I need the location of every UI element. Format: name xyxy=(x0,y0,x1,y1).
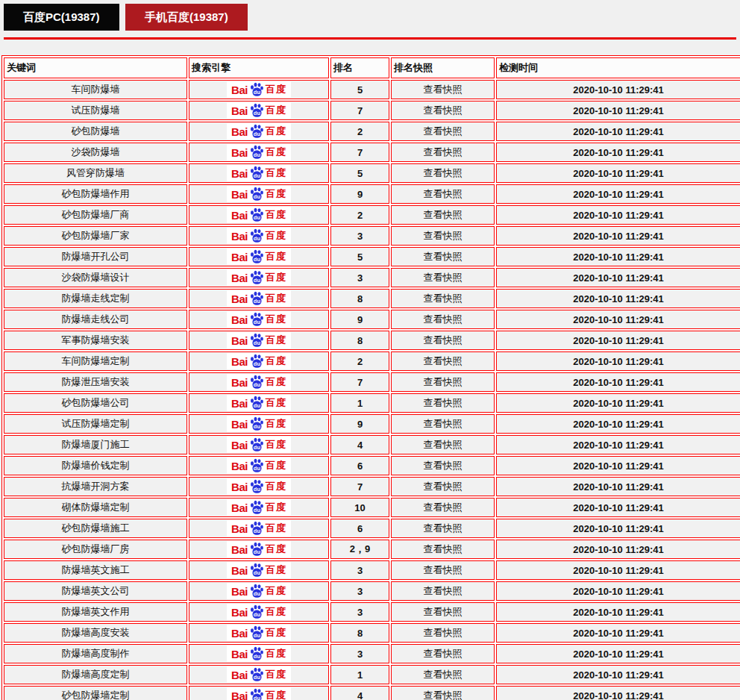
keyword-cell: 防爆墙走线定制 xyxy=(4,289,187,308)
table-header-row: 关键词 搜索引擎 排名 排名快照 检测时间 xyxy=(4,57,740,78)
view-snapshot-link[interactable]: 查看快照 xyxy=(424,606,462,617)
view-snapshot-link[interactable]: 查看快照 xyxy=(424,669,462,680)
view-snapshot-link[interactable]: 查看快照 xyxy=(424,104,462,116)
view-snapshot-link[interactable]: 查看快照 xyxy=(424,501,462,513)
view-snapshot-link[interactable]: 查看快照 xyxy=(424,84,462,95)
view-snapshot-link[interactable]: 查看快照 xyxy=(424,209,462,220)
engine-cell: Bai du 百度 xyxy=(189,540,329,559)
keyword-cell: 防爆墙英文作用 xyxy=(4,602,187,622)
table-row: 砂包防爆墙定制 Bai du 百度 4 查看快照 xyxy=(4,686,740,700)
keyword-cell: 砂包防爆墙施工 xyxy=(4,519,187,538)
baidu-logo-bai-text: Bai xyxy=(231,167,248,180)
time-cell: 2020-10-10 11:29:41 xyxy=(496,686,740,700)
view-snapshot-link[interactable]: 查看快照 xyxy=(424,481,462,492)
engine-cell: Bai du 百度 xyxy=(189,560,329,580)
header-snapshot: 排名快照 xyxy=(391,57,495,78)
view-snapshot-link[interactable]: 查看快照 xyxy=(424,418,462,429)
baidu-logo-cn-text: 百度 xyxy=(266,480,286,493)
baidu-logo: Bai du 百度 xyxy=(227,666,291,683)
baidu-logo-bai-text: Bai xyxy=(231,355,248,368)
baidu-logo-bai-text: Bai xyxy=(231,418,248,431)
svg-text:du: du xyxy=(254,110,261,116)
baidu-logo: Bai du 百度 xyxy=(227,416,291,432)
tab-baidu-mobile[interactable]: 手机百度(19387) xyxy=(125,4,248,31)
view-snapshot-link[interactable]: 查看快照 xyxy=(424,313,462,325)
svg-text:du: du xyxy=(254,277,261,284)
table-row: 防爆墙走线定制 Bai du 百度 8 查看快照 xyxy=(4,289,740,308)
table-row: 砂包防爆墙 Bai du 百度 2 查看快照 xyxy=(4,122,740,141)
baidu-logo: Bai du 百度 xyxy=(227,207,291,223)
time-cell: 2020-10-10 11:29:41 xyxy=(496,456,740,475)
snapshot-cell: 查看快照 xyxy=(391,310,495,329)
view-snapshot-link[interactable]: 查看快照 xyxy=(424,188,462,199)
engine-cell: Bai du 百度 xyxy=(189,393,329,413)
view-snapshot-link[interactable]: 查看快照 xyxy=(424,146,462,157)
time-cell: 2020-10-10 11:29:41 xyxy=(496,372,740,392)
table-row: 军事防爆墙安装 Bai du 百度 8 查看快照 xyxy=(4,331,740,350)
keyword-cell: 车间防爆墙定制 xyxy=(4,351,187,371)
baidu-logo-bai-text: Bai xyxy=(231,690,248,700)
view-snapshot-link[interactable]: 查看快照 xyxy=(424,439,462,450)
engine-cell: Bai du 百度 xyxy=(189,226,329,246)
view-snapshot-link[interactable]: 查看快照 xyxy=(424,334,462,346)
baidu-logo: Bai du 百度 xyxy=(227,165,291,181)
engine-cell: Bai du 百度 xyxy=(189,581,329,601)
view-snapshot-link[interactable]: 查看快照 xyxy=(424,585,462,596)
baidu-logo-cn-text: 百度 xyxy=(266,605,286,619)
svg-text:du: du xyxy=(254,381,261,388)
table-row: 防爆墙高度制作 Bai du 百度 3 查看快照 xyxy=(4,644,740,663)
svg-text:du: du xyxy=(254,256,261,263)
baidu-paw-icon: du xyxy=(248,520,265,537)
view-snapshot-link[interactable]: 查看快照 xyxy=(424,376,462,387)
baidu-logo-cn-text: 百度 xyxy=(266,292,286,305)
engine-cell: Bai du 百度 xyxy=(189,80,329,99)
time-cell: 2020-10-10 11:29:41 xyxy=(496,205,740,225)
tab-baidu-pc[interactable]: 百度PC(19387) xyxy=(4,4,119,31)
time-cell: 2020-10-10 11:29:41 xyxy=(496,477,740,496)
view-snapshot-link[interactable]: 查看快照 xyxy=(424,627,462,638)
snapshot-cell: 查看快照 xyxy=(391,519,495,538)
baidu-logo-cn-text: 百度 xyxy=(266,354,286,368)
engine-cell: Bai du 百度 xyxy=(189,644,329,663)
baidu-logo: Bai du 百度 xyxy=(227,228,291,244)
svg-text:du: du xyxy=(254,151,261,158)
view-snapshot-link[interactable]: 查看快照 xyxy=(424,648,462,659)
view-snapshot-link[interactable]: 查看快照 xyxy=(424,460,462,471)
keyword-rank-table: 关键词 搜索引擎 排名 排名快照 检测时间 车间防爆墙 Bai du xyxy=(1,55,740,700)
snapshot-cell: 查看快照 xyxy=(391,289,495,308)
view-snapshot-link[interactable]: 查看快照 xyxy=(424,167,462,178)
view-snapshot-link[interactable]: 查看快照 xyxy=(424,230,462,241)
view-snapshot-link[interactable]: 查看快照 xyxy=(424,543,462,554)
table-row: 砂包防爆墙施工 Bai du 百度 6 查看快照 xyxy=(4,519,740,538)
baidu-logo-bai-text: Bai xyxy=(231,522,248,535)
baidu-logo: Bai du 百度 xyxy=(227,562,291,578)
view-snapshot-link[interactable]: 查看快照 xyxy=(424,564,462,575)
engine-cell: Bai du 百度 xyxy=(189,122,329,141)
svg-text:du: du xyxy=(254,611,261,618)
view-snapshot-link[interactable]: 查看快照 xyxy=(424,125,462,137)
view-snapshot-link[interactable]: 查看快照 xyxy=(424,355,462,366)
table-row: 砂包防爆墙厂商 Bai du 百度 2 查看快照 xyxy=(4,205,740,225)
view-snapshot-link[interactable]: 查看快照 xyxy=(424,690,462,700)
view-snapshot-link[interactable]: 查看快照 xyxy=(424,397,462,408)
baidu-logo: Bai du 百度 xyxy=(227,290,291,307)
baidu-logo-cn-text: 百度 xyxy=(266,271,286,284)
baidu-logo-cn-text: 百度 xyxy=(266,334,286,347)
view-snapshot-link[interactable]: 查看快照 xyxy=(424,272,462,283)
baidu-logo: Bai du 百度 xyxy=(227,437,291,453)
keyword-cell: 砂包防爆墙厂房 xyxy=(4,540,187,559)
keyword-cell: 军事防爆墙安装 xyxy=(4,331,187,350)
view-snapshot-link[interactable]: 查看快照 xyxy=(424,293,462,304)
table-row: 砂包防爆墙作用 Bai du 百度 9 查看快照 xyxy=(4,184,740,204)
view-snapshot-link[interactable]: 查看快照 xyxy=(424,251,462,262)
baidu-logo-cn-text: 百度 xyxy=(266,229,286,243)
baidu-logo-bai-text: Bai xyxy=(231,606,248,619)
baidu-logo: Bai du 百度 xyxy=(227,457,291,474)
svg-text:du: du xyxy=(254,131,261,137)
baidu-logo-cn-text: 百度 xyxy=(266,187,286,201)
baidu-logo: Bai du 百度 xyxy=(227,311,291,328)
rank-cell: 9 xyxy=(330,414,389,434)
keyword-cell: 砂包防爆墙公司 xyxy=(4,393,187,413)
view-snapshot-link[interactable]: 查看快照 xyxy=(424,522,462,534)
baidu-logo-cn-text: 百度 xyxy=(266,396,286,410)
